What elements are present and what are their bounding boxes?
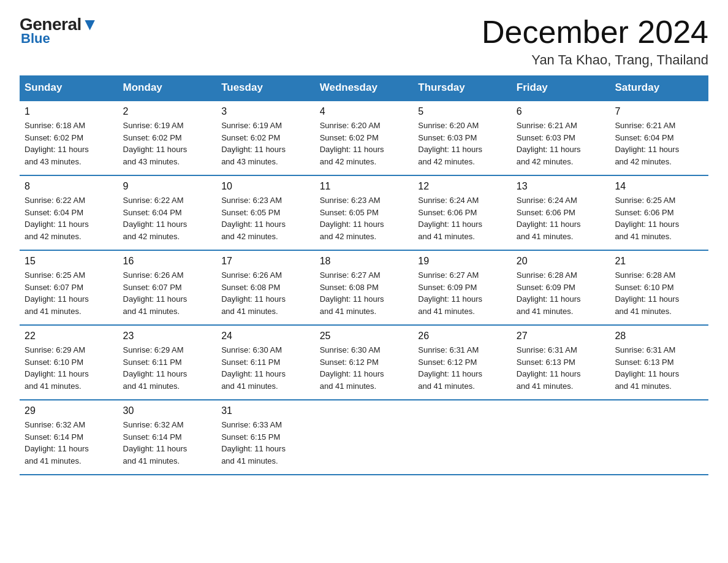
day-info: Sunrise: 6:29 AM Sunset: 6:11 PM Dayligh…: [123, 344, 212, 392]
calendar-cell: [610, 400, 708, 475]
page-header: General▼ Blue December 2024 Yan Ta Khao,…: [20, 15, 708, 68]
day-number: 9: [123, 181, 212, 192]
calendar-cell: 7 Sunrise: 6:21 AM Sunset: 6:04 PM Dayli…: [610, 101, 708, 175]
day-header-friday: Friday: [512, 75, 610, 101]
day-info: Sunrise: 6:19 AM Sunset: 6:02 PM Dayligh…: [221, 120, 310, 167]
calendar-week-row: 29 Sunrise: 6:32 AM Sunset: 6:14 PM Dayl…: [20, 400, 708, 475]
calendar-cell: 30 Sunrise: 6:32 AM Sunset: 6:14 PM Dayl…: [118, 400, 217, 475]
calendar-cell: 19 Sunrise: 6:27 AM Sunset: 6:09 PM Dayl…: [413, 250, 512, 325]
day-info: Sunrise: 6:23 AM Sunset: 6:05 PM Dayligh…: [221, 194, 310, 242]
calendar-cell: 17 Sunrise: 6:26 AM Sunset: 6:08 PM Dayl…: [216, 250, 315, 325]
calendar-cell: 27 Sunrise: 6:31 AM Sunset: 6:13 PM Dayl…: [512, 325, 610, 400]
day-info: Sunrise: 6:23 AM Sunset: 6:05 PM Dayligh…: [320, 194, 409, 242]
day-info: Sunrise: 6:25 AM Sunset: 6:06 PM Dayligh…: [615, 194, 703, 242]
calendar-cell: 3 Sunrise: 6:19 AM Sunset: 6:02 PM Dayli…: [216, 101, 315, 175]
day-info: Sunrise: 6:21 AM Sunset: 6:04 PM Dayligh…: [615, 120, 703, 167]
day-header-saturday: Saturday: [610, 75, 708, 101]
day-info: Sunrise: 6:32 AM Sunset: 6:14 PM Dayligh…: [25, 419, 113, 467]
day-number: 10: [221, 181, 310, 192]
day-info: Sunrise: 6:26 AM Sunset: 6:08 PM Dayligh…: [221, 269, 310, 317]
calendar-cell: 24 Sunrise: 6:30 AM Sunset: 6:11 PM Dayl…: [216, 325, 315, 400]
calendar-header-row: SundayMondayTuesdayWednesdayThursdayFrid…: [20, 75, 708, 101]
calendar-table: SundayMondayTuesdayWednesdayThursdayFrid…: [20, 75, 708, 475]
calendar-cell: 25 Sunrise: 6:30 AM Sunset: 6:12 PM Dayl…: [315, 325, 414, 400]
logo: General▼ Blue: [20, 15, 98, 47]
day-header-sunday: Sunday: [20, 75, 118, 101]
day-number: 23: [123, 331, 212, 342]
day-info: Sunrise: 6:30 AM Sunset: 6:11 PM Dayligh…: [221, 344, 310, 392]
day-number: 13: [517, 181, 605, 192]
calendar-cell: 13 Sunrise: 6:24 AM Sunset: 6:06 PM Dayl…: [512, 175, 610, 250]
day-info: Sunrise: 6:29 AM Sunset: 6:10 PM Dayligh…: [25, 344, 113, 392]
calendar-week-row: 15 Sunrise: 6:25 AM Sunset: 6:07 PM Dayl…: [20, 250, 708, 325]
day-number: 3: [221, 106, 310, 117]
day-info: Sunrise: 6:27 AM Sunset: 6:08 PM Dayligh…: [320, 269, 409, 317]
day-number: 26: [418, 331, 507, 342]
calendar-cell: 10 Sunrise: 6:23 AM Sunset: 6:05 PM Dayl…: [216, 175, 315, 250]
day-number: 14: [615, 181, 703, 192]
day-number: 27: [517, 331, 605, 342]
day-number: 6: [517, 106, 605, 117]
logo-blue-text: Blue: [21, 31, 50, 47]
day-info: Sunrise: 6:28 AM Sunset: 6:09 PM Dayligh…: [517, 269, 605, 317]
day-info: Sunrise: 6:20 AM Sunset: 6:02 PM Dayligh…: [320, 120, 409, 167]
title-block: December 2024 Yan Ta Khao, Trang, Thaila…: [482, 15, 708, 68]
calendar-subtitle: Yan Ta Khao, Trang, Thailand: [482, 52, 708, 68]
day-info: Sunrise: 6:25 AM Sunset: 6:07 PM Dayligh…: [25, 269, 113, 317]
calendar-cell: 23 Sunrise: 6:29 AM Sunset: 6:11 PM Dayl…: [118, 325, 217, 400]
day-number: 21: [615, 256, 703, 267]
calendar-cell: [315, 400, 414, 475]
day-info: Sunrise: 6:19 AM Sunset: 6:02 PM Dayligh…: [123, 120, 212, 167]
day-info: Sunrise: 6:18 AM Sunset: 6:02 PM Dayligh…: [25, 120, 113, 167]
calendar-week-row: 22 Sunrise: 6:29 AM Sunset: 6:10 PM Dayl…: [20, 325, 708, 400]
day-number: 4: [320, 106, 409, 117]
calendar-cell: [413, 400, 512, 475]
day-number: 29: [25, 405, 113, 416]
day-info: Sunrise: 6:27 AM Sunset: 6:09 PM Dayligh…: [418, 269, 507, 317]
day-info: Sunrise: 6:22 AM Sunset: 6:04 PM Dayligh…: [123, 194, 212, 242]
day-info: Sunrise: 6:22 AM Sunset: 6:04 PM Dayligh…: [25, 194, 113, 242]
calendar-cell: 28 Sunrise: 6:31 AM Sunset: 6:13 PM Dayl…: [610, 325, 708, 400]
day-number: 20: [517, 256, 605, 267]
day-number: 22: [25, 331, 113, 342]
day-info: Sunrise: 6:28 AM Sunset: 6:10 PM Dayligh…: [615, 269, 703, 317]
calendar-cell: 18 Sunrise: 6:27 AM Sunset: 6:08 PM Dayl…: [315, 250, 414, 325]
day-number: 5: [418, 106, 507, 117]
day-number: 2: [123, 106, 212, 117]
day-info: Sunrise: 6:21 AM Sunset: 6:03 PM Dayligh…: [517, 120, 605, 167]
logo-triangle-icon: ▼: [82, 15, 98, 34]
day-number: 16: [123, 256, 212, 267]
day-info: Sunrise: 6:32 AM Sunset: 6:14 PM Dayligh…: [123, 419, 212, 467]
day-header-thursday: Thursday: [413, 75, 512, 101]
calendar-cell: 15 Sunrise: 6:25 AM Sunset: 6:07 PM Dayl…: [20, 250, 118, 325]
day-info: Sunrise: 6:26 AM Sunset: 6:07 PM Dayligh…: [123, 269, 212, 317]
day-info: Sunrise: 6:30 AM Sunset: 6:12 PM Dayligh…: [320, 344, 409, 392]
day-number: 12: [418, 181, 507, 192]
calendar-week-row: 8 Sunrise: 6:22 AM Sunset: 6:04 PM Dayli…: [20, 175, 708, 250]
day-info: Sunrise: 6:24 AM Sunset: 6:06 PM Dayligh…: [418, 194, 507, 242]
day-number: 24: [221, 331, 310, 342]
day-info: Sunrise: 6:31 AM Sunset: 6:12 PM Dayligh…: [418, 344, 507, 392]
calendar-title: December 2024: [482, 15, 708, 50]
day-number: 11: [320, 181, 409, 192]
day-info: Sunrise: 6:31 AM Sunset: 6:13 PM Dayligh…: [615, 344, 703, 392]
calendar-cell: 16 Sunrise: 6:26 AM Sunset: 6:07 PM Dayl…: [118, 250, 217, 325]
calendar-cell: 31 Sunrise: 6:33 AM Sunset: 6:15 PM Dayl…: [216, 400, 315, 475]
calendar-cell: 12 Sunrise: 6:24 AM Sunset: 6:06 PM Dayl…: [413, 175, 512, 250]
calendar-cell: 21 Sunrise: 6:28 AM Sunset: 6:10 PM Dayl…: [610, 250, 708, 325]
calendar-cell: 14 Sunrise: 6:25 AM Sunset: 6:06 PM Dayl…: [610, 175, 708, 250]
day-info: Sunrise: 6:24 AM Sunset: 6:06 PM Dayligh…: [517, 194, 605, 242]
calendar-cell: 22 Sunrise: 6:29 AM Sunset: 6:10 PM Dayl…: [20, 325, 118, 400]
day-header-wednesday: Wednesday: [315, 75, 414, 101]
day-number: 28: [615, 331, 703, 342]
day-info: Sunrise: 6:20 AM Sunset: 6:03 PM Dayligh…: [418, 120, 507, 167]
calendar-cell: 26 Sunrise: 6:31 AM Sunset: 6:12 PM Dayl…: [413, 325, 512, 400]
calendar-cell: 20 Sunrise: 6:28 AM Sunset: 6:09 PM Dayl…: [512, 250, 610, 325]
calendar-cell: 6 Sunrise: 6:21 AM Sunset: 6:03 PM Dayli…: [512, 101, 610, 175]
day-number: 8: [25, 181, 113, 192]
calendar-cell: 1 Sunrise: 6:18 AM Sunset: 6:02 PM Dayli…: [20, 101, 118, 175]
calendar-cell: 9 Sunrise: 6:22 AM Sunset: 6:04 PM Dayli…: [118, 175, 217, 250]
day-number: 30: [123, 405, 212, 416]
calendar-cell: 2 Sunrise: 6:19 AM Sunset: 6:02 PM Dayli…: [118, 101, 217, 175]
calendar-cell: 8 Sunrise: 6:22 AM Sunset: 6:04 PM Dayli…: [20, 175, 118, 250]
